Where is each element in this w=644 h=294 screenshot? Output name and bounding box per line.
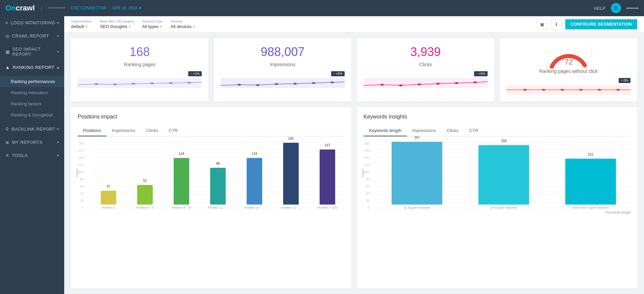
avatar[interactable]: 👤 <box>611 3 621 13</box>
bar-pos11-13-label: Position 11 - 13 <box>208 206 228 209</box>
kw-y-100: 100 <box>364 170 369 173</box>
main-layout: ≡ LOGS MONITORING ▾ ◎ CRAWL REPORT ▾ ▦ S… <box>0 16 644 294</box>
kw-y-0: 0 <box>368 206 369 209</box>
bar-pos21-100-value: 165 <box>288 137 294 140</box>
configure-segmentation-btn[interactable]: CONFIGURE SEGMENTATION <box>565 19 637 29</box>
keywords-tab-clicks[interactable]: Clicks <box>441 125 464 136</box>
topbar-right: HELP 👤 •••••••• <box>594 3 639 13</box>
stat-card-ranking-pages: 168 Ranking pages ↑ +1% <box>71 38 208 102</box>
kw-y-180: 180 <box>364 142 369 145</box>
keywords-chart-wrapper: 180 160 140 120 100 80 60 40 20 0 <box>364 142 630 214</box>
reports-chevron: ▾ <box>57 140 59 144</box>
sidebar-item-ranking[interactable]: ▲ RANKING REPORT ▴ <box>0 61 64 74</box>
tools-icon: ✕ <box>5 153 9 158</box>
svg-point-20 <box>542 89 546 91</box>
ranking-submenu: Ranking performances Ranking indexation … <box>0 74 64 123</box>
bar-pos11-13-bar: 98 <box>210 168 226 205</box>
y-100: 100 <box>78 170 83 173</box>
devices-arrow: ▾ <box>193 25 195 28</box>
stat-card-impressions: 988,007 Impressions ↑ +6% <box>214 38 351 102</box>
date-dropdown-icon[interactable]: ▾ <box>139 6 141 10</box>
positions-tab-clicks[interactable]: Clicks <box>141 125 164 136</box>
svg-point-19 <box>523 89 527 91</box>
no-click-badge: = 0% <box>619 78 630 83</box>
positions-bars: 37 Position 1 52 Position 2 - 3 <box>91 142 345 209</box>
sidebar-sub-performances[interactable]: Ranking performances <box>0 76 64 87</box>
username: •••••••• <box>626 6 639 11</box>
positions-chart-card: Positions impact Positions Impressions C… <box>71 107 351 289</box>
stat-card-no-click: 72 Ranking pages without click = 0% <box>500 38 637 102</box>
help-link[interactable]: HELP <box>594 6 605 11</box>
keywords-chart-title: Keywords insights <box>364 114 630 120</box>
bar-1gram-label: [1-3]-gram keyword <box>404 206 430 209</box>
y-40: 40 <box>80 192 83 195</box>
impressions-badge: ↑ +6% <box>331 71 345 76</box>
svg-point-11 <box>330 81 334 83</box>
gauge-container: 72 <box>506 45 630 69</box>
topbar-left: Oncrawl ⋮ •••••••••••• › GSC CONNECTOR ›… <box>5 4 141 12</box>
keyword-type-filter: Keyword type All types ▾ <box>142 20 163 29</box>
bar-1gram: 167 [1-3]-gram keyword <box>377 142 457 209</box>
svg-text:72: 72 <box>564 58 572 66</box>
sidebar-item-seo[interactable]: ▦ SEO IMPACT REPORT ▾ <box>0 43 64 61</box>
sidebar-tools-label: TOOLS <box>12 153 28 158</box>
sidebar-sub-googlebot[interactable]: Ranking & Googlebot <box>0 109 64 121</box>
sidebar-item-backlink[interactable]: ⚲ BACKLINK REPORT ▾ <box>0 123 64 136</box>
bar-pos21-100-bar: 165 <box>283 143 299 205</box>
backlink-chevron: ▾ <box>57 127 59 131</box>
svg-point-22 <box>579 89 583 91</box>
svg-point-21 <box>561 89 564 91</box>
svg-point-9 <box>293 83 297 85</box>
positions-tab-positions[interactable]: Positions <box>78 125 106 136</box>
keywords-tab-length[interactable]: Keywords length <box>364 125 407 136</box>
keywords-tab-ctr[interactable]: CTR <box>464 125 484 136</box>
filter-bar-right: ▣ ℹ CONFIGURE SEGMENTATION <box>537 19 637 30</box>
bar-pos2-3-bar: 52 <box>137 185 153 205</box>
sidebar-sub-factors[interactable]: Ranking factors <box>0 98 64 109</box>
keywords-chart-area: 180 160 140 120 100 80 60 40 20 0 <box>364 142 630 223</box>
svg-point-1 <box>113 83 117 85</box>
svg-point-23 <box>598 89 601 91</box>
base-filter-select[interactable]: SEO thoughts ▾ <box>100 24 134 29</box>
bar-pos21-100-label: Position 21 - 100 <box>281 206 301 209</box>
sidebar-item-reports[interactable]: ≣ MY REPORTS ▾ <box>0 136 64 149</box>
positions-tab-impressions[interactable]: Impressions <box>106 125 141 136</box>
svg-point-4 <box>169 82 173 84</box>
sidebar-item-tools[interactable]: ✕ TOOLS ▾ <box>0 149 64 162</box>
keyword-type-label: Keyword type <box>142 20 163 23</box>
gauge-svg: 72 <box>548 45 589 69</box>
positions-chart-wrapper: 180 160 140 120 100 80 60 40 20 0 <box>78 142 345 209</box>
base-filter-arrow: ▾ <box>129 25 130 28</box>
stat-card-clicks: 3,939 Clicks ↑ +6% <box>357 38 494 102</box>
kw-gridline-0 <box>377 209 630 210</box>
crawl-icon: ◎ <box>5 33 9 38</box>
info-icon-btn[interactable]: ℹ <box>551 19 562 30</box>
pdf-icon-btn[interactable]: ▣ <box>537 19 548 30</box>
segmentation-select[interactable]: default ▾ <box>71 24 92 29</box>
bar-5gram-label: More than 5-gram keyword <box>572 206 609 209</box>
info-icon: ℹ <box>555 22 557 27</box>
sidebar-item-crawl[interactable]: ◎ CRAWL REPORT ▾ <box>0 29 64 43</box>
bar-pos4-10-label: Position 4 - 10 <box>172 206 191 209</box>
y-160: 160 <box>78 149 83 152</box>
ranking-pages-badge: ↑ +1% <box>188 71 202 76</box>
breadcrumb-sep1: › <box>67 6 69 10</box>
bar-4gram: 158 [4-5]-gram keyword <box>464 145 544 209</box>
bar-pos1: 37 Position 1 <box>91 191 126 209</box>
ranking-icon: ▲ <box>5 65 10 70</box>
bar-5gram-value: 122 <box>588 153 593 156</box>
keywords-tab-impressions[interactable]: Impressions <box>407 125 441 136</box>
devices-select[interactable]: All devices ▾ <box>171 24 195 29</box>
bar-pos14-20-bar: 124 <box>247 158 262 205</box>
keyword-type-select[interactable]: All types ▾ <box>142 24 163 29</box>
sidebar-sub-indexation[interactable]: Ranking indexation <box>0 87 64 98</box>
svg-point-5 <box>188 82 191 84</box>
bar-4gram-value: 158 <box>501 139 507 143</box>
menu-icon[interactable]: ⋮ <box>39 5 44 11</box>
keywords-tabs: Keywords length Impressions Clicks CTR <box>364 125 630 136</box>
bar-pos21-100: 165 Position 21 - 100 <box>274 143 308 209</box>
bar-pos4-10-bar: 124 <box>174 158 189 205</box>
sidebar-logs-label: LOGS MONITORING <box>11 20 55 25</box>
sidebar-item-logs[interactable]: ≡ LOGS MONITORING ▾ <box>0 16 64 29</box>
positions-tab-ctr[interactable]: CTR <box>164 125 183 136</box>
